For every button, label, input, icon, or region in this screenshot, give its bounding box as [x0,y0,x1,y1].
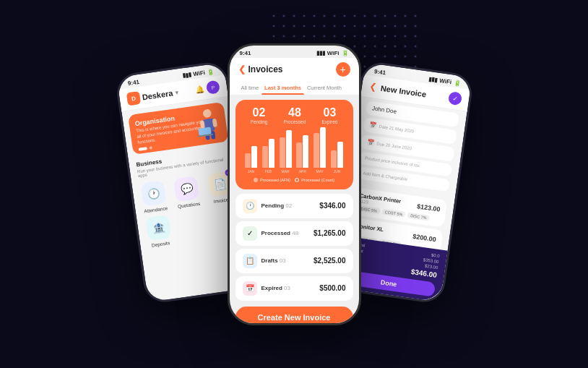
stats-row: 02 Pending 48 Processed 03 Expired [243,107,346,124]
phones-container: 9:41 ▮▮▮ WiFi 🔋 D Deskera ▾ 🔔 P [116,43,473,325]
bar-apr-1 [296,142,302,168]
brand-name: Deskera [141,88,173,101]
center-page-title: Invoices [248,64,283,74]
drafts-amount: $2,525.00 [314,257,346,265]
bar-jan: JAN [244,146,259,174]
tab-current-month[interactable]: Current Month [304,81,345,95]
tag-cost5: COST 5% [381,208,405,217]
pending-stat: 02 Pending [251,107,268,124]
bar-feb-2 [269,139,274,168]
back-arrow-icon[interactable]: ❮ [238,64,246,74]
right-time: 9:41 [373,68,386,76]
bar-mar-1 [280,137,285,168]
deskera-icon: D [126,90,140,105]
processed-stat: 48 Processed [284,107,306,124]
svg-rect-8 [198,127,211,135]
left-time: 9:41 [127,78,139,86]
invoice-row-drafts[interactable]: 📋 Drafts 03 $2,525.00 [235,249,353,273]
center-header: ❮ Invoices + [230,58,359,81]
quotations-icon: 💬 [173,176,199,202]
tab-last-3-months[interactable]: Last 3 months [261,81,304,95]
expired-amount: $500.00 [319,284,345,292]
app-item-deposits[interactable]: 🏦 Deposits [142,214,176,248]
bar-jan-2 [251,146,257,168]
bar-chart: JAN FEB MAR [243,130,346,174]
bar-mar: MAR [278,130,293,174]
org-card: Organisation This is where you can navig… [128,101,228,154]
drafts-status: Drafts 03 [261,257,286,264]
invoice-row-expired[interactable]: 📅 Expired 03 $500.00 [235,276,353,301]
stats-card: 02 Pending 48 Processed 03 Expired [235,100,353,189]
expired-left: 📅 Expired 03 [243,281,290,296]
center-status-bar: 9:41 ▮▮▮ WiFi 🔋 [230,46,359,58]
pending-info: Pending 02 [261,202,293,209]
bar-jun: JUN [330,142,345,174]
add-invoice-button[interactable]: + [336,62,350,77]
attendance-label: Attendance [144,205,168,214]
expired-value: 03 [321,107,337,119]
invoice-row-pending[interactable]: 🕐 Pending 02 $346.00 [235,194,353,218]
user-avatar: P [205,80,220,94]
tab-bar: All time Last 3 months Current Month [230,81,359,95]
invoice-list: 🕐 Pending 02 $346.00 ✓ Processed 48 [230,194,359,301]
monitor-amount: $200.00 [412,232,436,242]
bar-mar-2 [286,130,292,168]
processed-value: 48 [284,107,306,119]
legend-processed-count: Processed (Count) [295,178,334,182]
processed-status: Processed 48 [261,230,299,236]
center-time: 9:41 [240,50,251,56]
processed-icon: ✓ [243,226,257,241]
bar-feb-1 [262,146,268,168]
deskera-logo: D Deskera ▾ [126,85,178,106]
drafts-info: Drafts 03 [261,257,286,264]
center-phone-content: 9:41 ▮▮▮ WiFi 🔋 ❮ Invoices + All time La… [230,46,359,323]
pending-value: 02 [251,107,268,119]
pending-label: Pending [251,119,268,124]
processed-label: Processed [284,119,306,124]
chart-legend: Processed (AFN) Processed (Count) [243,178,346,182]
legend-processed-afn: Processed (AFN) [254,178,290,182]
pending-left: 🕐 Pending 02 [243,199,293,213]
pending-status: Pending 02 [261,202,293,209]
due-calendar-icon: 📅 [366,138,374,145]
drafts-icon: 📋 [243,254,257,268]
right-page-title: New Invoice [380,83,427,98]
pending-icon: 🕐 [243,199,257,213]
bar-apr: APR [295,135,310,174]
confirm-button[interactable]: ✓ [447,90,462,105]
quotations-label: Quotations [177,200,200,208]
person-illustration [191,106,225,144]
processed-amount: $1,265.00 [314,229,346,237]
client-section: John Doe 📅 Date 21 May 2020 📅 Due 20 Jun… [348,96,467,198]
bar-feb: FEB [261,139,275,174]
calendar-icon: 📅 [369,121,377,129]
center-phone: 9:41 ▮▮▮ WiFi 🔋 ❮ Invoices + All time La… [228,43,361,325]
tag-disc7: DISC 7% [407,212,429,221]
bar-jun-1 [331,150,337,168]
header-back-title: ❮ Invoices [238,64,283,74]
pending-amount: $346.00 [319,202,345,210]
processed-info: Processed 48 [261,230,299,236]
bar-jan-1 [245,153,251,168]
bar-apr-2 [303,135,308,168]
bar-may: MAY [313,127,327,174]
svg-point-2 [202,108,212,118]
expired-info: Expired 03 [261,285,290,291]
invoice-row-processed[interactable]: ✓ Processed 48 $1,265.00 [235,221,353,246]
center-status-icons: ▮▮▮ WiFi 🔋 [316,50,349,56]
carbonx-amount: $123.00 [416,202,441,212]
subtotal-value: $0.0 [431,252,439,258]
deposits-icon: 🏦 [145,215,171,241]
drafts-left: 📋 Drafts 03 [243,254,286,268]
expired-status: Expired 03 [261,285,290,291]
expired-icon: 📅 [243,281,257,296]
processed-left: ✓ Processed 48 [243,226,299,241]
tax-value: $23.00 [424,263,438,269]
bar-may-1 [314,133,319,168]
tab-all-time[interactable]: All time [238,81,262,95]
attendance-icon: 🕐 [140,180,166,206]
right-back-icon[interactable]: ❮ [368,81,377,92]
app-item-attendance[interactable]: 🕐 Attendance [137,179,170,213]
app-item-quotations[interactable]: 💬 Quotations [170,175,204,209]
create-invoice-button[interactable]: Create New Invoice [235,307,353,325]
